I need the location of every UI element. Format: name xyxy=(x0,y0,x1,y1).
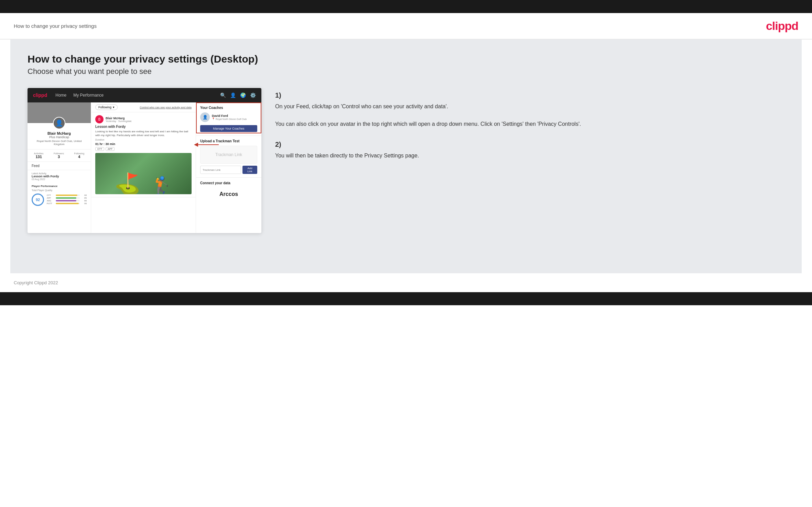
app-nav-links: Home My Performance xyxy=(55,93,104,98)
profile-name: Blair McHarg xyxy=(31,131,87,135)
connect-title: Connect your data xyxy=(200,181,257,185)
latest-activity-date: 03 Aug 2022 xyxy=(32,178,87,180)
golfer-icon-2: 🏌️ xyxy=(151,177,172,194)
app-body: Blair McHarg Plus Handicap Royal North D… xyxy=(28,102,261,233)
app-screenshot: clippd Home My Performance 🔍 👤 🌍 ⚙️ xyxy=(28,88,261,233)
quality-score: 92 xyxy=(32,194,44,206)
profile-banner xyxy=(28,102,91,123)
user-icon[interactable]: 👤 xyxy=(230,92,236,98)
coaches-title: Your Coaches xyxy=(200,106,257,110)
app-nav: clippd Home My Performance 🔍 👤 🌍 ⚙️ xyxy=(28,88,261,102)
app-nav-logo: clippd xyxy=(33,92,47,98)
instruction-1-text: On your Feed, click/tap on 'Control who … xyxy=(275,102,784,129)
main-content: How to change your privacy settings (Des… xyxy=(10,40,802,273)
post-tags: OTT APP xyxy=(95,147,192,151)
following-button[interactable]: Following ▾ xyxy=(95,104,118,110)
stat-followers: Followers 3 xyxy=(54,152,64,159)
quality-bars: OTT 90 APP 85 ARG xyxy=(47,194,87,205)
post-author-info: Blair McHarg Yesterday · Sunningdale xyxy=(106,117,132,122)
post-tag-ott: OTT xyxy=(95,147,104,151)
instruction-1-number: 1) xyxy=(275,91,784,99)
globe-icon[interactable]: 🌍 xyxy=(240,92,246,98)
golfer-icon-1: ⛳ xyxy=(115,174,140,194)
trackman-input-row: Add Link xyxy=(200,166,257,174)
upload-title: Upload a Trackman Test xyxy=(200,139,257,143)
manage-coaches-button[interactable]: Manage Your Coaches xyxy=(200,125,257,132)
post-avatar: B xyxy=(95,115,104,123)
feed-header: Following ▾ Control who can see your act… xyxy=(91,102,196,112)
stat-followers-label: Followers xyxy=(54,152,64,155)
main-heading: How to change your privacy settings (Des… xyxy=(28,53,784,65)
nav-link-home[interactable]: Home xyxy=(55,93,66,98)
post-date: Yesterday · Sunningdale xyxy=(106,120,132,122)
bottom-bar xyxy=(0,292,812,305)
player-perf-title: Player Performance xyxy=(32,185,87,188)
profile-handicap: Plus Handicap xyxy=(31,135,87,139)
post-header: B Blair McHarg Yesterday · Sunningdale xyxy=(95,115,192,123)
two-column-layout: clippd Home My Performance 🔍 👤 🌍 ⚙️ xyxy=(28,88,784,233)
stat-following-value: 4 xyxy=(74,155,85,159)
chevron-down-icon: ▾ xyxy=(113,106,115,109)
stat-activities-value: 131 xyxy=(34,155,44,159)
privacy-link[interactable]: Control who can see your activity and da… xyxy=(140,106,192,109)
page-title: How to change your privacy settings xyxy=(14,23,97,29)
post-duration-label: Duration xyxy=(95,139,192,141)
upload-trackman: Upload a Trackman Test Trackman Link Add… xyxy=(196,136,261,178)
total-quality-label: Total Player Quality xyxy=(32,189,87,191)
instruction-2-text: You will then be taken directly to the P… xyxy=(275,151,784,160)
footer-copyright: Copyright Clippd 2022 xyxy=(14,280,58,285)
post-body: Looking to feel like my hands are exitin… xyxy=(95,130,192,137)
post-duration-value: 01 hr : 30 min xyxy=(95,142,192,146)
location-icon: 📍 xyxy=(212,118,215,120)
coach-avatar: 👤 xyxy=(200,112,210,122)
latest-activity: Latest Activity Lesson with Fordy 03 Aug… xyxy=(28,170,91,183)
clippd-logo: clippd xyxy=(766,19,798,33)
trackman-placeholder: Trackman Link xyxy=(200,146,257,164)
profile-club: Royal North Devon Golf Club, United King… xyxy=(31,140,87,146)
stat-following-label: Following xyxy=(74,152,85,155)
bar-app: APP 85 xyxy=(47,197,87,199)
right-panel: Your Coaches 👤 David Ford 📍 Royal North … xyxy=(196,102,261,233)
feed-tab: Feed xyxy=(28,162,91,170)
trackman-input[interactable] xyxy=(200,166,241,174)
post-image: ⛳ 🏌️ xyxy=(95,153,192,194)
instruction-2: 2) You will then be taken directly to th… xyxy=(275,141,784,160)
nav-link-performance[interactable]: My Performance xyxy=(73,93,104,98)
profile-sidebar: Blair McHarg Plus Handicap Royal North D… xyxy=(28,102,91,233)
coach-item: 👤 David Ford 📍 Royal North Devon Golf Cl… xyxy=(200,112,257,122)
coaches-section: Your Coaches 👤 David Ford 📍 Royal North … xyxy=(196,102,261,136)
avatar-icon[interactable]: ⚙️ xyxy=(250,92,256,98)
latest-activity-label: Latest Activity xyxy=(32,172,87,175)
arccos-logo: Arccos xyxy=(200,188,257,201)
stat-following: Following 4 xyxy=(74,152,85,159)
post-item: B Blair McHarg Yesterday · Sunningdale L… xyxy=(91,112,196,197)
top-bar xyxy=(0,0,812,13)
post-tag-app: APP xyxy=(106,147,115,151)
bar-putt: PUTT 96 xyxy=(47,202,87,205)
search-icon[interactable]: 🔍 xyxy=(220,92,226,98)
profile-stats: Activities 131 Followers 3 Following 4 xyxy=(28,150,91,162)
quality-row: 92 OTT 90 APP 85 xyxy=(32,194,87,206)
instruction-2-number: 2) xyxy=(275,141,784,148)
player-performance: Player Performance Total Player Quality … xyxy=(28,183,91,208)
coach-name: David Ford xyxy=(212,114,247,118)
coach-info: David Ford 📍 Royal North Devon Golf Club xyxy=(212,114,247,120)
feed-area: Following ▾ Control who can see your act… xyxy=(91,102,196,233)
bar-ott: OTT 90 xyxy=(47,194,87,196)
add-link-button[interactable]: Add Link xyxy=(242,166,257,174)
post-author: Blair McHarg xyxy=(106,117,132,120)
connect-data: Connect your data Arccos xyxy=(196,178,261,204)
stat-activities: Activities 131 xyxy=(34,152,44,159)
profile-avatar xyxy=(53,117,65,129)
latest-activity-name: Lesson with Fordy xyxy=(32,175,87,178)
bar-arg: ARG 86 xyxy=(47,200,87,202)
stat-activities-label: Activities xyxy=(34,152,44,155)
coach-club: 📍 Royal North Devon Golf Club xyxy=(212,118,247,120)
stat-followers-value: 3 xyxy=(54,155,64,159)
app-nav-right: 🔍 👤 🌍 ⚙️ xyxy=(220,92,256,98)
main-subheading: Choose what you want people to see xyxy=(28,67,784,76)
instruction-1: 1) On your Feed, click/tap on 'Control w… xyxy=(275,91,784,129)
post-title: Lesson with Fordy xyxy=(95,125,192,129)
instructions-column: 1) On your Feed, click/tap on 'Control w… xyxy=(275,88,784,172)
site-header: How to change your privacy settings clip… xyxy=(0,13,812,40)
